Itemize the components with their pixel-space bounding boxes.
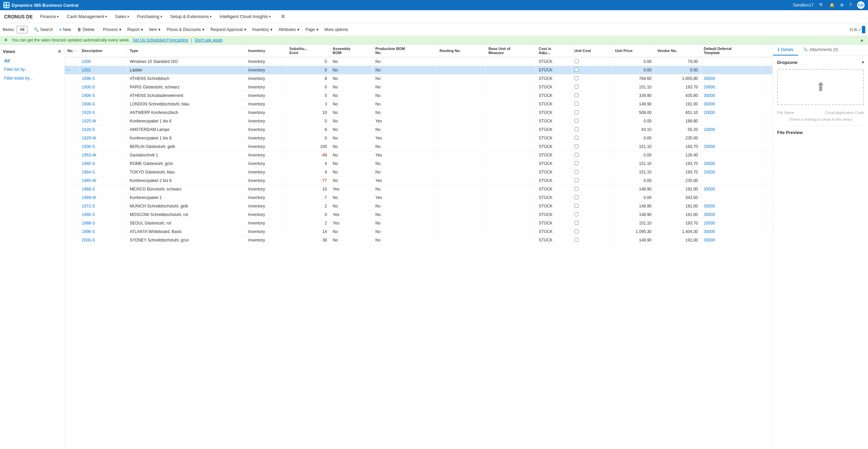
process-button[interactable]: Process ▾ bbox=[100, 26, 124, 33]
row-options-icon[interactable]: ⋯ bbox=[65, 67, 70, 73]
vendor-link[interactable]: 30000 bbox=[704, 187, 715, 192]
table-row[interactable]: ⋯1969-WKonferenzpaket 1Inventory-7NoYesS… bbox=[65, 194, 773, 202]
item-no-link[interactable]: 1953-W bbox=[82, 153, 96, 157]
table-cell[interactable] bbox=[571, 177, 612, 185]
cost-adj-checkbox[interactable] bbox=[574, 93, 579, 97]
table-cell[interactable]: 1900-S bbox=[79, 83, 127, 92]
cost-adj-checkbox[interactable] bbox=[574, 221, 579, 225]
table-cell[interactable] bbox=[571, 92, 612, 100]
table-cell[interactable]: 30000 bbox=[701, 100, 762, 109]
table-row[interactable]: ⋯1001LadderInventory0NoNoSTÜCK0.000.00 bbox=[65, 66, 773, 74]
col-vendor[interactable]: Vendor No. bbox=[654, 45, 701, 57]
table-cell[interactable]: 30000 bbox=[701, 202, 762, 211]
col-costadj[interactable]: Cost isAdju... bbox=[536, 45, 571, 57]
item-no-link[interactable]: 1936-S bbox=[82, 144, 95, 149]
table-cell[interactable]: 30000 bbox=[701, 211, 762, 219]
col-routing[interactable]: Routing No. bbox=[437, 45, 486, 57]
item-no-link[interactable]: 1925-W bbox=[82, 119, 96, 123]
nav-cash[interactable]: Cash Management ▾ bbox=[63, 13, 110, 20]
item-no-link[interactable]: 1996-S bbox=[82, 229, 95, 234]
dropzone-area[interactable]: ⬆ bbox=[777, 69, 864, 105]
table-cell[interactable]: 1896-S bbox=[79, 74, 127, 83]
vendor-link[interactable]: 30000 bbox=[704, 204, 715, 209]
table-cell[interactable] bbox=[571, 236, 612, 245]
search-button[interactable]: 🔍 Search bbox=[31, 26, 56, 33]
item-no-link[interactable]: 1988-S bbox=[82, 221, 95, 226]
table-cell[interactable]: 1001 bbox=[79, 66, 127, 74]
table-cell[interactable]: 1929-W bbox=[79, 134, 127, 143]
banner-collapse[interactable]: ▲ bbox=[860, 38, 864, 43]
table-cell[interactable]: 1972-S bbox=[79, 202, 127, 211]
table-row[interactable]: ⋯1929-WKonferenzpaket 1 bis 8Inventory0N… bbox=[65, 134, 773, 143]
table-cell[interactable]: 1996-S bbox=[79, 228, 127, 236]
table-cell[interactable]: 1964-S bbox=[79, 168, 127, 177]
item-no-link[interactable]: 1969-W bbox=[82, 195, 96, 200]
table-cell[interactable]: 1928-S bbox=[79, 126, 127, 134]
vendor-link[interactable]: 30000 bbox=[704, 102, 715, 106]
table-row[interactable]: ⋯1960-SROME Gästestuhl, grünInventory4No… bbox=[65, 160, 773, 168]
report-button[interactable]: Report ▾ bbox=[125, 26, 146, 33]
sidebar-filter-totals[interactable]: Filter totals by... bbox=[3, 75, 62, 82]
cost-adj-checkbox[interactable] bbox=[574, 153, 579, 157]
item-no-link[interactable]: 1896-S bbox=[82, 76, 95, 81]
tab-details[interactable]: ℹ Details bbox=[773, 45, 798, 55]
table-cell[interactable] bbox=[571, 74, 612, 83]
cost-adj-checkbox[interactable] bbox=[574, 178, 579, 182]
table-row[interactable]: ⋯1936-SBERLIN Gästestuhl, gelbInventory1… bbox=[65, 143, 773, 151]
table-cell[interactable]: 1920-S bbox=[79, 109, 127, 117]
more-options-button[interactable]: More options bbox=[322, 26, 351, 33]
item-no-link[interactable]: 1908-S bbox=[82, 102, 95, 106]
item-no-link[interactable]: 1906-S bbox=[82, 93, 95, 98]
item-no-link[interactable]: 1964-S bbox=[82, 170, 95, 174]
layout-icon[interactable]: ⊞ bbox=[854, 27, 857, 32]
col-production[interactable]: Production BOMNo. bbox=[373, 45, 437, 57]
sidebar-close-button[interactable]: ✕ bbox=[58, 49, 62, 54]
table-cell[interactable] bbox=[571, 57, 612, 66]
item-no-link[interactable]: 1929-W bbox=[82, 136, 96, 140]
table-cell[interactable]: 20000 bbox=[701, 160, 762, 168]
dropzone-chevron[interactable]: ▾ bbox=[862, 60, 864, 65]
item-button[interactable]: Item ▾ bbox=[146, 26, 163, 33]
item-no-link[interactable]: 1968-S bbox=[82, 187, 95, 192]
col-baseunit[interactable]: Base Unit ofMeasure bbox=[486, 45, 536, 57]
cost-adj-checkbox[interactable] bbox=[574, 68, 579, 72]
table-cell[interactable]: 1960-S bbox=[79, 160, 127, 168]
cost-adj-checkbox[interactable] bbox=[574, 102, 579, 106]
nav-finance[interactable]: Finance ▾ bbox=[37, 13, 62, 20]
table-cell[interactable] bbox=[571, 228, 612, 236]
vendor-link[interactable]: 30000 bbox=[704, 212, 715, 217]
table-cell[interactable]: 1908-S bbox=[79, 100, 127, 109]
item-no-link[interactable]: 2000-S bbox=[82, 238, 95, 243]
table-cell[interactable] bbox=[571, 168, 612, 177]
vendor-link[interactable]: 20000 bbox=[704, 161, 715, 166]
table-cell[interactable] bbox=[571, 117, 612, 126]
table-cell[interactable] bbox=[571, 151, 612, 160]
col-unitcost[interactable]: Unit Cost bbox=[571, 45, 612, 57]
table-cell[interactable] bbox=[571, 126, 612, 134]
table-cell[interactable]: 30000 bbox=[701, 185, 762, 194]
settings-icon[interactable]: ⚙ bbox=[840, 3, 844, 7]
search-icon[interactable]: 🔍 bbox=[819, 3, 824, 7]
table-cell[interactable] bbox=[571, 211, 612, 219]
table-row[interactable]: ⋯1000Windows 10 Standard ISOInventory0No… bbox=[65, 57, 773, 66]
item-no-link[interactable]: 1000 bbox=[82, 59, 91, 64]
sidebar-active-view[interactable]: All bbox=[3, 57, 62, 64]
new-button[interactable]: + New bbox=[57, 26, 74, 33]
item-no-link[interactable]: 1920-S bbox=[82, 110, 95, 115]
table-cell[interactable]: 30000 bbox=[701, 92, 762, 100]
item-no-link[interactable]: 1965-W bbox=[82, 178, 96, 183]
table-row[interactable]: ⋯1900-SPARIS Gästestuhl, schwarzInventor… bbox=[65, 83, 773, 92]
page-button[interactable]: Page ▾ bbox=[303, 26, 321, 33]
col-subst[interactable]: Substitu...Exist bbox=[286, 45, 330, 57]
bell-icon[interactable]: 🔔 bbox=[830, 3, 835, 7]
tab-attachments[interactable]: 📎 Attachments (0) bbox=[798, 45, 843, 55]
col-description[interactable]: Description bbox=[79, 45, 127, 57]
table-cell[interactable] bbox=[571, 109, 612, 117]
table-cell[interactable]: 2000-S bbox=[79, 236, 127, 245]
sidebar-filter-list[interactable]: Filter list by... bbox=[3, 66, 62, 73]
filter-icon[interactable]: ⊟ bbox=[850, 27, 853, 32]
nav-purchasing[interactable]: Purchasing ▾ bbox=[134, 13, 165, 20]
cost-adj-checkbox[interactable] bbox=[574, 59, 579, 63]
col-inventory[interactable]: Inventory bbox=[246, 45, 287, 57]
table-cell[interactable] bbox=[571, 185, 612, 194]
